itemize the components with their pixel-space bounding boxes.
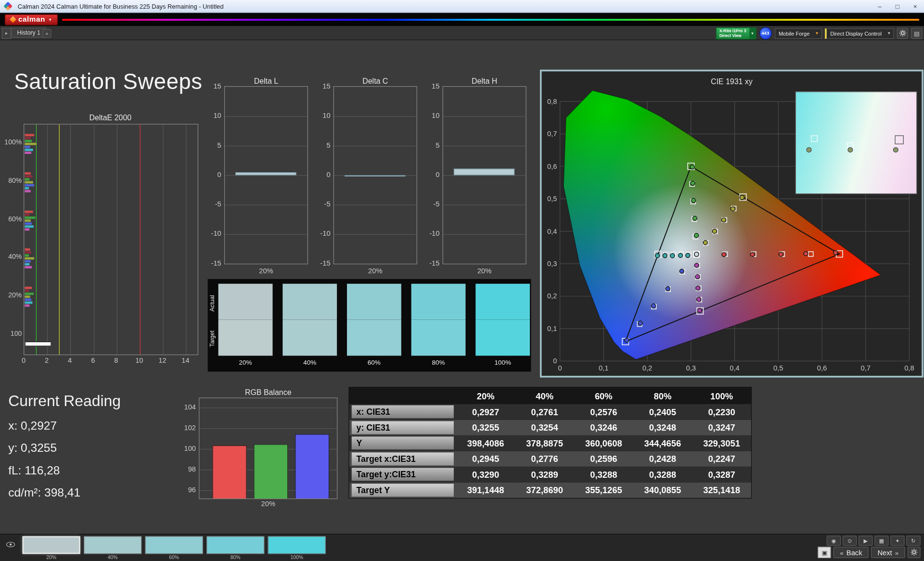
table-cell: 398,4086 bbox=[456, 438, 515, 448]
svg-text:0,6: 0,6 bbox=[817, 364, 827, 372]
row-label: y: CIE31 bbox=[352, 421, 454, 434]
refresh-button[interactable]: ↻ bbox=[906, 536, 920, 546]
close-button[interactable]: × bbox=[906, 0, 924, 13]
footer-swatch[interactable]: 60% bbox=[145, 536, 203, 561]
back-arrow-icon: « bbox=[840, 549, 844, 556]
delta-c-plot-area bbox=[334, 86, 417, 264]
next-button[interactable]: Next » bbox=[871, 547, 905, 558]
panel-expand-button[interactable]: ▸ bbox=[2, 28, 12, 39]
svg-text:0,5: 0,5 bbox=[773, 364, 783, 372]
footer-swatch[interactable]: 100% bbox=[268, 536, 326, 561]
bar bbox=[25, 143, 36, 145]
add-tab-button[interactable]: + bbox=[42, 29, 51, 38]
axis-tick-label: 104 bbox=[177, 403, 196, 411]
rainbow-gradient-strip bbox=[62, 19, 919, 21]
swatch-color bbox=[23, 536, 80, 554]
grid-icon: ▤ bbox=[914, 30, 920, 37]
bar bbox=[25, 225, 33, 228]
axis-tick-label: 0 bbox=[420, 170, 439, 178]
save-button[interactable]: ▦ bbox=[874, 536, 888, 546]
cie-1931-panel: CIE 1931 xy bbox=[540, 70, 924, 378]
maximize-button[interactable]: □ bbox=[889, 0, 907, 13]
footer-controls: ◉⊙▶▦✦↻ ▣ « Back Next » bbox=[818, 536, 921, 558]
back-button[interactable]: « Back bbox=[834, 547, 869, 558]
bar bbox=[25, 298, 31, 301]
reading-value: fL: 116,28 bbox=[8, 464, 121, 477]
row-label: Target x:CIE31 bbox=[352, 452, 454, 465]
actual-swatch bbox=[282, 284, 337, 320]
next-arrow-icon: » bbox=[895, 549, 899, 556]
reading-value: y: 0,3255 bbox=[8, 441, 121, 455]
bar bbox=[25, 287, 31, 289]
swatch-column: 20% bbox=[218, 284, 273, 366]
deltae-y-axis: 100%80%60%40%20%100 bbox=[0, 124, 22, 354]
bar bbox=[25, 140, 31, 142]
gridline bbox=[225, 175, 308, 176]
footer-swatch[interactable]: 80% bbox=[206, 536, 264, 561]
settings-button[interactable] bbox=[897, 28, 908, 39]
eye-button[interactable]: ◉ bbox=[827, 536, 841, 546]
inset-measured-dot bbox=[807, 147, 812, 153]
bar bbox=[25, 252, 31, 254]
axis-tick-label: -10 bbox=[420, 230, 439, 238]
svg-text:0: 0 bbox=[558, 364, 562, 372]
display-control-button[interactable]: Direct Display Control ▼ bbox=[825, 28, 894, 38]
svg-text:0,2: 0,2 bbox=[642, 364, 652, 372]
axis-tick-label: 4 bbox=[63, 357, 77, 365]
layout-button[interactable]: ▤ bbox=[911, 28, 922, 39]
table-cell: 0,3247 bbox=[692, 422, 751, 433]
gridline bbox=[225, 116, 308, 117]
swatch-column: 60% bbox=[347, 284, 401, 366]
play-button[interactable]: ▶ bbox=[859, 536, 873, 546]
gridline bbox=[163, 125, 164, 355]
snapshot-button[interactable]: ✦ bbox=[890, 536, 904, 546]
meter-select-button[interactable]: X-Rite i1Pro 3 Direct View ▼ bbox=[716, 27, 756, 39]
results-table: 20%40%60%80%100% x: CIE310,29270,27610,2… bbox=[349, 387, 752, 498]
axis-tick-label: 80% bbox=[0, 177, 22, 184]
bar bbox=[25, 149, 33, 151]
preview-toggle-button[interactable] bbox=[5, 540, 17, 548]
axis-tick-label: 20% bbox=[0, 292, 22, 299]
cie-zoom-inset bbox=[796, 91, 917, 194]
table-cell: 344,4656 bbox=[633, 438, 693, 448]
source-select-button[interactable]: Mobile Forge ▼ bbox=[774, 28, 822, 38]
gridline bbox=[443, 146, 526, 146]
bar bbox=[25, 293, 33, 295]
axis-tick-label: 0 bbox=[16, 357, 30, 365]
footer-settings-button[interactable] bbox=[908, 547, 921, 558]
axis-tick-label: 5 bbox=[311, 141, 330, 149]
swatch-label: 100% bbox=[268, 555, 326, 561]
bar bbox=[25, 134, 34, 136]
column-header: 40% bbox=[515, 391, 574, 401]
bar-blue bbox=[295, 434, 329, 498]
inset-target-square bbox=[895, 135, 904, 144]
footer-swatch[interactable]: 20% bbox=[23, 536, 80, 561]
footer-swatch[interactable]: 40% bbox=[84, 536, 141, 561]
bar bbox=[25, 184, 34, 186]
table-cell: 0,2428 bbox=[633, 454, 693, 464]
column-header: 80% bbox=[633, 391, 693, 401]
gridline bbox=[117, 125, 117, 355]
target-swatch bbox=[411, 320, 466, 356]
gridline bbox=[334, 204, 417, 205]
tab-history-1[interactable]: History 1 bbox=[11, 28, 46, 38]
svg-text:0,1: 0,1 bbox=[599, 364, 608, 372]
chevron-down-icon: ▼ bbox=[749, 28, 756, 39]
gridline bbox=[47, 125, 48, 355]
calman-logo-button[interactable]: calman ▼ bbox=[5, 14, 58, 25]
target-button[interactable]: ⊙ bbox=[843, 536, 857, 546]
bar bbox=[235, 172, 296, 175]
swatch-label: 100% bbox=[475, 358, 530, 366]
brand-bar: calman ▼ bbox=[0, 13, 924, 26]
bar bbox=[25, 295, 30, 298]
target-swatch bbox=[475, 320, 530, 356]
actual-swatch bbox=[218, 284, 273, 320]
meter-count-badge[interactable]: 443 bbox=[759, 27, 771, 39]
layout-toggle-button[interactable]: ▣ bbox=[818, 547, 831, 558]
swatch-label: 20% bbox=[218, 358, 273, 366]
gridline bbox=[225, 234, 308, 235]
table-row: Y398,4086378,8875360,0608344,4656329,305… bbox=[349, 435, 751, 451]
bar bbox=[25, 213, 29, 216]
minimize-button[interactable]: – bbox=[871, 0, 889, 13]
bar bbox=[25, 210, 33, 213]
